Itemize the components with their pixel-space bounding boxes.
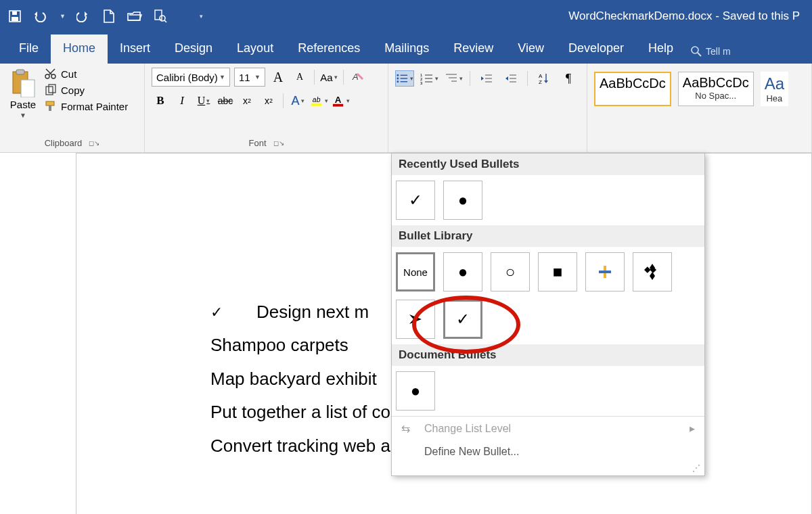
tab-view[interactable]: View [505, 34, 556, 64]
bullet-none[interactable]: None [396, 252, 435, 291]
font-size-value: 11 [239, 72, 250, 83]
checkmark-icon: ✓ [210, 298, 223, 327]
svg-rect-21 [311, 103, 321, 106]
bullet-arrow[interactable] [396, 300, 435, 339]
bullets-button[interactable]: ▾ [395, 70, 414, 87]
style-preview: AaBbCcDc [683, 75, 749, 91]
bold-button[interactable]: B [152, 92, 169, 110]
bullet-disc[interactable]: ● [443, 181, 482, 220]
tab-review[interactable]: Review [441, 34, 505, 64]
tab-layout[interactable]: Layout [225, 34, 286, 64]
change-case-button[interactable]: Aa▾ [320, 68, 338, 86]
svg-rect-23 [333, 104, 343, 107]
font-size-combo[interactable]: 11▼ [234, 68, 265, 87]
style-normal[interactable]: AaBbCcDc [594, 72, 671, 106]
paste-more-icon[interactable]: ▼ [20, 112, 26, 119]
tab-design[interactable]: Design [162, 34, 225, 64]
group-styles: AaBbCcDc AaBbCcDc No Spac... Aa Hea [587, 64, 812, 152]
decrease-indent-button[interactable] [477, 70, 496, 87]
style-nospacing[interactable]: AaBbCcDc No Spac... [678, 72, 754, 106]
cut-label: Cut [61, 68, 76, 80]
group-clipboard: Paste ▼ Cut Copy Format Painter Clipboar… [0, 64, 145, 152]
define-new-bullet[interactable]: Define New Bullet... [392, 440, 704, 463]
cut-button[interactable]: Cut [45, 68, 128, 80]
paste-button[interactable]: Paste ▼ [7, 68, 39, 119]
svg-text:A: A [352, 72, 359, 82]
paste-label: Paste [10, 99, 36, 110]
copy-button[interactable]: Copy [45, 84, 128, 96]
tab-developer[interactable]: Developer [556, 34, 636, 64]
strike-button[interactable]: abc [217, 92, 234, 110]
sort-button[interactable]: AZ [535, 70, 554, 87]
undo-icon[interactable] [32, 8, 49, 24]
doc-line: Design next m [256, 296, 369, 329]
tab-insert[interactable]: Insert [108, 34, 162, 64]
svg-point-4 [160, 16, 165, 21]
open-icon[interactable] [127, 8, 143, 24]
bullet-checkmark[interactable]: ✓ [443, 300, 482, 339]
bullet-library-header: Bullet Library [392, 225, 704, 247]
font-group-label: Font [248, 138, 266, 148]
svg-line-7 [698, 53, 701, 56]
lightbulb-icon [691, 46, 702, 57]
list-level-icon: ⇆ [401, 422, 415, 435]
svg-text:A: A [335, 95, 342, 105]
bullet-square[interactable]: ■ [538, 252, 577, 291]
svg-point-24 [397, 74, 399, 76]
copy-label: Copy [61, 85, 85, 96]
tab-references[interactable]: References [286, 34, 372, 64]
format-painter-button[interactable]: Format Painter [45, 100, 128, 112]
multilevel-button[interactable]: ▾ [444, 70, 463, 87]
italic-button[interactable]: I [173, 92, 191, 110]
svg-rect-10 [21, 80, 35, 97]
highlight-button[interactable]: ab▾ [311, 92, 328, 110]
clipboard-launcher-icon[interactable]: ◻↘ [89, 139, 99, 147]
svg-rect-17 [46, 101, 54, 106]
clear-formatting-button[interactable]: A [349, 68, 367, 86]
resize-grip-icon[interactable]: ⋰ [392, 463, 704, 475]
style-preview: AaBbCcDc [600, 76, 666, 91]
save-icon[interactable] [7, 8, 23, 24]
increase-indent-button[interactable] [501, 70, 520, 87]
tab-home[interactable]: Home [51, 34, 108, 64]
new-doc-icon[interactable] [101, 8, 117, 24]
tab-file[interactable]: File [7, 34, 51, 64]
tell-me[interactable]: Tell m [685, 39, 736, 64]
font-launcher-icon[interactable]: ◻↘ [273, 139, 284, 147]
change-level-label: Change List Level [424, 423, 511, 435]
tab-help[interactable]: Help [636, 34, 685, 64]
change-list-level: ⇆Change List Level ▸ [392, 417, 704, 440]
bullet-checkmark[interactable]: ✓ [396, 181, 435, 220]
underline-button[interactable]: U▾ [195, 92, 212, 110]
bullet-diamonds[interactable] [633, 252, 672, 291]
style-heading1[interactable]: Aa Hea [761, 72, 788, 106]
clipboard-group-label: Clipboard [45, 138, 83, 148]
svg-text:Z: Z [539, 79, 542, 85]
redo-icon[interactable] [75, 8, 91, 24]
shrink-font-button[interactable]: A [291, 68, 309, 86]
font-name-value: Calibri (Body) [156, 72, 218, 83]
text-effects-button[interactable]: A▾ [289, 92, 307, 110]
svg-line-5 [164, 20, 166, 22]
superscript-button[interactable]: x2 [260, 92, 277, 110]
svg-text:ab: ab [313, 96, 321, 103]
window-title: WordCheckmarkDemo.docx - Saved to this P [203, 9, 805, 23]
font-name-combo[interactable]: Calibri (Body)▼ [152, 68, 230, 87]
format-painter-label: Format Painter [61, 101, 128, 112]
show-marks-button[interactable]: ¶ [559, 70, 578, 87]
svg-rect-1 [12, 17, 18, 21]
numbering-button[interactable]: 123▾ [420, 70, 438, 87]
bullet-4diamond[interactable] [585, 252, 625, 291]
document-bullets-header: Document Bullets [392, 344, 704, 366]
bullet-disc[interactable]: ● [396, 371, 435, 411]
grow-font-button[interactable]: A [269, 68, 287, 86]
undo-more-icon[interactable]: ▼ [60, 13, 66, 20]
svg-rect-15 [46, 87, 53, 95]
font-color-button[interactable]: A▾ [332, 92, 350, 110]
subscript-button[interactable]: x2 [238, 92, 256, 110]
bullet-circle[interactable]: ○ [491, 252, 530, 291]
tab-mailings[interactable]: Mailings [372, 34, 441, 64]
group-paragraph: ▾ 123▾ ▾ AZ ¶ [388, 64, 587, 152]
print-preview-icon[interactable] [152, 8, 168, 24]
bullet-disc[interactable]: ● [443, 252, 482, 291]
